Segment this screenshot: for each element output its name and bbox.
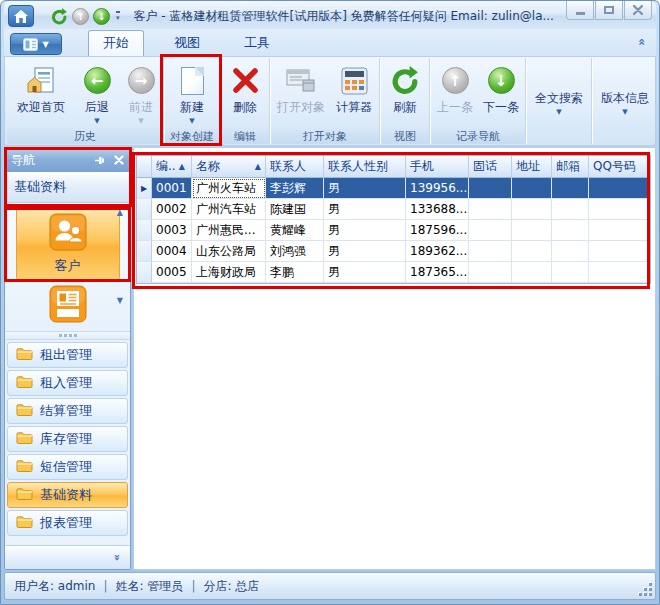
table-row-3[interactable]: 0003广州惠民...黄耀峰男187596... [137, 220, 650, 241]
table-cell[interactable]: 广州惠民... [192, 220, 266, 241]
table-cell[interactable]: 0003 [152, 220, 192, 241]
table-row-5[interactable]: 0005上海财政局李鹏男187365... [137, 262, 650, 283]
sidebar-menu-item-7[interactable]: 报表管理 [7, 510, 128, 536]
column-header-5[interactable]: 手机 [406, 156, 469, 178]
sidebar-menu-item-1[interactable]: 租出管理 [7, 342, 128, 368]
table-cell[interactable] [512, 178, 552, 199]
table-cell[interactable] [512, 220, 552, 241]
down-arrow-icon[interactable]: ↓ [93, 8, 110, 25]
ribbon-button-g6-1[interactable]: ↑上一条 [432, 60, 478, 127]
sidebar-menu-item-4[interactable]: 库存管理 [7, 426, 128, 452]
sidebar-menu-item-6[interactable]: 基础资料 [7, 482, 128, 508]
table-cell[interactable] [589, 241, 650, 262]
table-cell[interactable]: 187596... [406, 220, 469, 241]
close-button[interactable] [624, 1, 652, 20]
table-cell[interactable] [469, 220, 512, 241]
table-cell[interactable]: 男 [324, 262, 406, 283]
table-cell[interactable] [552, 262, 589, 283]
column-header-1[interactable]: 编..▲ [152, 156, 192, 178]
close-pane-icon[interactable] [114, 155, 124, 165]
ribbon-button-g4-1[interactable]: 打开对象 [272, 60, 330, 127]
tab-3[interactable]: 工具 [230, 31, 284, 56]
column-header-2[interactable]: 名称▲ [192, 156, 266, 178]
table-cell[interactable]: 李鹏 [266, 262, 324, 283]
ribbon-button-g4-2[interactable]: 计算器 [330, 60, 378, 127]
table-cell[interactable] [552, 199, 589, 220]
column-header-4[interactable]: 联系人性别 [324, 156, 406, 178]
table-cell[interactable]: 133688... [406, 199, 469, 220]
application-menu-button[interactable]: ▼ [10, 33, 62, 55]
table-cell[interactable] [469, 178, 512, 199]
table-cell[interactable]: 0002 [152, 199, 192, 220]
sidebar-menu-item-2[interactable]: 租入管理 [7, 370, 128, 396]
table-cell[interactable] [589, 220, 650, 241]
table-cell[interactable]: 0005 [152, 262, 192, 283]
table-cell[interactable]: 上海财政局 [192, 262, 266, 283]
table-cell[interactable]: 男 [324, 199, 406, 220]
table-cell[interactable]: 广州火车站 [192, 178, 266, 199]
table-cell[interactable] [469, 199, 512, 220]
tab-2[interactable]: 视图 [160, 31, 214, 56]
table-cell[interactable] [589, 178, 650, 199]
refresh-icon[interactable] [50, 7, 68, 25]
table-cell[interactable]: 189362... [406, 241, 469, 262]
table-cell[interactable]: 0001 [152, 178, 192, 199]
table-cell[interactable] [552, 178, 589, 199]
ribbon-button-g2-1[interactable]: 新建▼ [166, 60, 218, 127]
pane-splitter-handle[interactable] [5, 331, 130, 340]
table-row-1[interactable]: ▶0001广州火车站李彭辉男139956... [137, 178, 650, 199]
table-cell[interactable] [589, 262, 650, 283]
ribbon-button-g5-1[interactable]: 刷新 [382, 60, 428, 127]
table-cell[interactable] [469, 262, 512, 283]
table-row-2[interactable]: 0002广州汽车站陈建国男133688... [137, 199, 650, 220]
table-cell[interactable] [512, 199, 552, 220]
table-cell[interactable]: 陈建国 [266, 199, 324, 220]
scroll-up-icon[interactable]: ▲ [117, 208, 123, 217]
column-header-3[interactable]: 联系人 [266, 156, 324, 178]
table-cell[interactable]: 0004 [152, 241, 192, 262]
sidebar-menu-item-5[interactable]: 短信管理 [7, 454, 128, 480]
table-row-4[interactable]: 0004山东公路局刘鸿强男189362... [137, 241, 650, 262]
table-cell[interactable] [589, 199, 650, 220]
table-cell[interactable]: 刘鸿强 [266, 241, 324, 262]
table-cell[interactable] [469, 241, 512, 262]
table-cell[interactable]: 李彭辉 [266, 178, 324, 199]
ribbon-button-g1-3[interactable]: →前进▼ [120, 60, 162, 127]
column-header-7[interactable]: 地址 [512, 156, 552, 178]
table-cell[interactable] [552, 220, 589, 241]
ribbon-button-g1-2[interactable]: ←后退▼ [74, 60, 120, 127]
table-cell[interactable]: 广州汽车站 [192, 199, 266, 220]
ribbon-button-g1-1[interactable]: 欢迎首页 [8, 60, 74, 127]
ribbon-button-tall-2[interactable]: 版本信息▼ [594, 88, 656, 116]
pin-icon[interactable] [95, 155, 106, 166]
sidebar-shortcut-1[interactable]: 客户 [16, 207, 120, 280]
column-header-8[interactable]: 邮箱 [552, 156, 589, 178]
table-cell[interactable]: 男 [324, 241, 406, 262]
scroll-down-icon[interactable]: ▼ [117, 296, 123, 305]
collapse-ribbon-icon[interactable]: « [635, 38, 649, 46]
table-cell[interactable]: 男 [324, 178, 406, 199]
qat-dropdown-icon[interactable]: ▾ [116, 11, 120, 22]
sidebar-menu-item-3[interactable]: 结算管理 [7, 398, 128, 424]
table-cell[interactable] [512, 241, 552, 262]
home-icon[interactable] [8, 5, 34, 27]
resize-grip[interactable] [639, 583, 652, 596]
table-cell[interactable]: 187365... [406, 262, 469, 283]
table-cell[interactable] [552, 241, 589, 262]
tab-1[interactable]: 开始 [88, 30, 144, 56]
sidebar-shortcut-2[interactable]: 租赁站 [16, 280, 120, 331]
table-cell[interactable]: 山东公路局 [192, 241, 266, 262]
ribbon-button-g6-2[interactable]: ↓下一条 [478, 60, 524, 127]
column-header-9[interactable]: QQ号码 [589, 156, 650, 178]
maximize-button[interactable] [595, 1, 623, 20]
table-cell[interactable]: 139956... [406, 178, 469, 199]
table-cell[interactable]: 黄耀峰 [266, 220, 324, 241]
table-cell[interactable]: 男 [324, 220, 406, 241]
column-header-6[interactable]: 固话 [469, 156, 512, 178]
up-arrow-icon[interactable]: ↑ [72, 8, 89, 25]
minimize-button[interactable] [566, 1, 594, 20]
pane-options-strip[interactable]: « [5, 545, 130, 569]
ribbon-button-g3-1[interactable]: 删除 [222, 60, 268, 127]
table-cell[interactable] [512, 262, 552, 283]
ribbon-button-tall-1[interactable]: 全文搜索▼ [528, 88, 590, 116]
